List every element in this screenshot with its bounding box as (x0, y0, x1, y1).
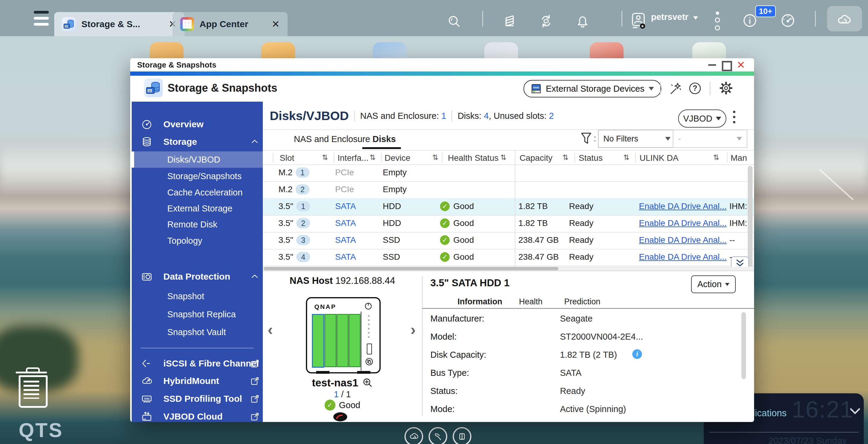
ulink-da-link[interactable]: Enable DA Drive Anal... (639, 202, 727, 211)
chevron-up-icon[interactable] (250, 137, 259, 147)
sort-icon[interactable]: ⇅ (500, 153, 506, 162)
ulink-da-link[interactable]: Enable DA Drive Anal... (639, 252, 727, 262)
main-menu-hamburger[interactable] (34, 11, 49, 26)
user-menu-chevron[interactable] (693, 16, 698, 20)
external-link-icon[interactable] (250, 411, 260, 422)
column-header-status[interactable]: Status (579, 153, 602, 163)
vjbod-scope-button[interactable]: VJBOD (678, 110, 726, 127)
detail-tab-prediction[interactable]: Prediction (564, 297, 600, 306)
settings-gear-icon[interactable] (718, 81, 734, 96)
table-row[interactable]: M.22PCIeEmpty (263, 181, 754, 198)
kebab-menu[interactable] (733, 111, 735, 123)
ulink-da-link[interactable]: Enable DA Drive Anal... (639, 235, 727, 245)
detail-tab-information[interactable]: Information (458, 297, 502, 306)
tab-disks[interactable]: Disks (373, 134, 396, 144)
column-header-capacity[interactable]: Capacity (520, 153, 553, 163)
chevron-up-icon[interactable] (250, 272, 259, 282)
column-header-interfa-[interactable]: Interfa... (338, 153, 369, 163)
sidebar-item-topology[interactable]: Topology (132, 233, 263, 249)
sidebar-item-external-storage[interactable]: External Storage (132, 200, 263, 216)
chevron-down-icon (649, 87, 654, 90)
notification-bell-icon[interactable] (575, 13, 590, 28)
tool-shortcut-icon[interactable] (429, 427, 447, 444)
book-shortcut-icon[interactable] (453, 427, 471, 444)
chevron-down-icon[interactable] (849, 407, 861, 416)
sidebar-item-storage-snapshots[interactable]: Storage/Snapshots (132, 168, 263, 184)
window-titlebar[interactable]: Storage & Snapshots ✕ (130, 58, 754, 71)
detail-tab-health[interactable]: Health (519, 297, 542, 306)
resource-monitor-icon[interactable] (780, 13, 796, 28)
user-avatar-icon[interactable]: ★ (630, 12, 647, 29)
info-icon[interactable]: i (632, 349, 642, 359)
nas-illustration[interactable]: QNAP (306, 297, 381, 374)
zoom-in-icon[interactable] (363, 378, 373, 388)
sort-icon[interactable]: ⇅ (370, 153, 375, 162)
sort-icon[interactable]: ⇅ (713, 153, 719, 162)
taskbar-tab-app-center[interactable]: App Center✕ (173, 12, 287, 36)
minimize-button[interactable] (708, 64, 716, 66)
search-icon[interactable] (447, 14, 462, 29)
sidebar-item-cache-acceleration[interactable]: Cache Acceleration (132, 184, 263, 201)
external-link-icon[interactable] (250, 394, 260, 404)
help-icon[interactable]: ? (688, 81, 702, 96)
username-label[interactable]: petrsvetr (651, 12, 688, 22)
sort-icon[interactable]: ⇅ (432, 153, 438, 162)
sort-icon[interactable]: ⇅ (562, 153, 568, 162)
taskbar-tab-storage-s-[interactable]: IOStorage & S...✕ (54, 12, 184, 36)
table-hscrollbar-thumb[interactable] (264, 267, 558, 270)
external-link-icon[interactable] (250, 358, 260, 368)
recommend-wand-icon[interactable] (669, 81, 683, 96)
column-header-man[interactable]: Man (731, 153, 747, 163)
sidebar-item-hybridmount[interactable]: HybridMount (132, 373, 263, 389)
sidebar-item-snapshot[interactable]: Snapshot (132, 288, 263, 304)
table-row[interactable]: 3.5"3SATASSD✓Good238.47 GBReadyEnable DA… (263, 232, 754, 249)
column-header-slot[interactable]: Slot (280, 153, 294, 163)
cloud-shortcut-icon[interactable] (404, 427, 423, 444)
tab-nas-and-enclosure[interactable]: NAS and Enclosure (294, 134, 370, 144)
widget-divider (709, 432, 859, 433)
sidebar-item-ssd-profiling-tool[interactable]: SSDSSD Profiling Tool (132, 391, 263, 407)
sidebar-item-iscsi-fibre-channel[interactable]: iSCSI & Fibre Channel (132, 355, 263, 372)
sidebar-item-storage[interactable]: Storage (132, 134, 263, 150)
external-link-icon[interactable] (250, 376, 260, 386)
sidebar-item-remote-disk[interactable]: Remote Disk (132, 216, 263, 233)
detail-vscrollbar[interactable] (741, 312, 746, 379)
drive-bay-2[interactable] (324, 314, 336, 367)
recycle-bin-icon[interactable] (16, 367, 49, 407)
prev-enclosure-chevron[interactable]: ‹ (268, 321, 273, 339)
table-row[interactable]: 3.5"2SATAHDD✓Good1.82 TBReadyEnable DA D… (263, 215, 754, 232)
tasks-kebab-icon[interactable] (715, 11, 720, 30)
sort-icon[interactable]: ⇅ (623, 153, 629, 162)
sidebar-item-vjbod-cloud[interactable]: VJBOD Cloud (132, 408, 263, 422)
sidebar-item-disks-vjbod[interactable]: Disks/VJBOD (132, 151, 263, 168)
maximize-button[interactable] (722, 61, 732, 71)
sidebar-item-overview[interactable]: Overview (132, 116, 263, 132)
sync-status-icon[interactable] (538, 13, 554, 29)
column-header-health-status[interactable]: Health Status (448, 153, 498, 163)
next-enclosure-chevron[interactable]: › (410, 321, 415, 339)
column-header-device[interactable]: Device (384, 153, 410, 163)
table-row[interactable]: 3.5"1SATAHDD✓Good1.82 TBReadyEnable DA D… (263, 198, 754, 215)
table-vscrollbar[interactable] (748, 166, 752, 268)
background-tasks-icon[interactable] (502, 13, 517, 28)
column-header-ulink-da[interactable]: ULINK DA (640, 153, 678, 163)
myqnapcloud-button[interactable] (827, 6, 862, 31)
ulink-da-link[interactable]: Enable DA Drive Anal... (639, 218, 727, 228)
table-row[interactable]: 3.5"4SATASSD✓Good238.47 GBReadyEnable DA… (263, 249, 754, 266)
sidebar-item-data-protection[interactable]: Data Protection (132, 268, 263, 285)
close-tab-icon[interactable]: ✕ (272, 19, 280, 30)
close-button[interactable]: ✕ (737, 59, 745, 71)
sidebar-item-snapshot-replica[interactable]: Snapshot Replica (132, 306, 263, 322)
table-row[interactable]: M.21PCIeEmpty (263, 165, 754, 181)
filter-dropdown-secondary[interactable]: - (673, 130, 747, 148)
sidebar-item-snapshot-vault[interactable]: Snapshot Vault (132, 324, 263, 340)
device-selector-button[interactable]: RAID External Storage Devices (524, 80, 661, 97)
table-hscrollbar-track[interactable] (263, 267, 754, 271)
sort-icon[interactable]: ⇅ (322, 153, 328, 162)
filter-funnel-icon[interactable]: : (580, 132, 592, 146)
filter-dropdown[interactable]: No Filters (598, 130, 676, 148)
drive-bay-1-selected[interactable] (312, 314, 324, 368)
drive-bay-3[interactable] (337, 314, 348, 367)
action-button[interactable]: Action (691, 275, 736, 293)
drive-bay-4[interactable] (349, 314, 361, 367)
